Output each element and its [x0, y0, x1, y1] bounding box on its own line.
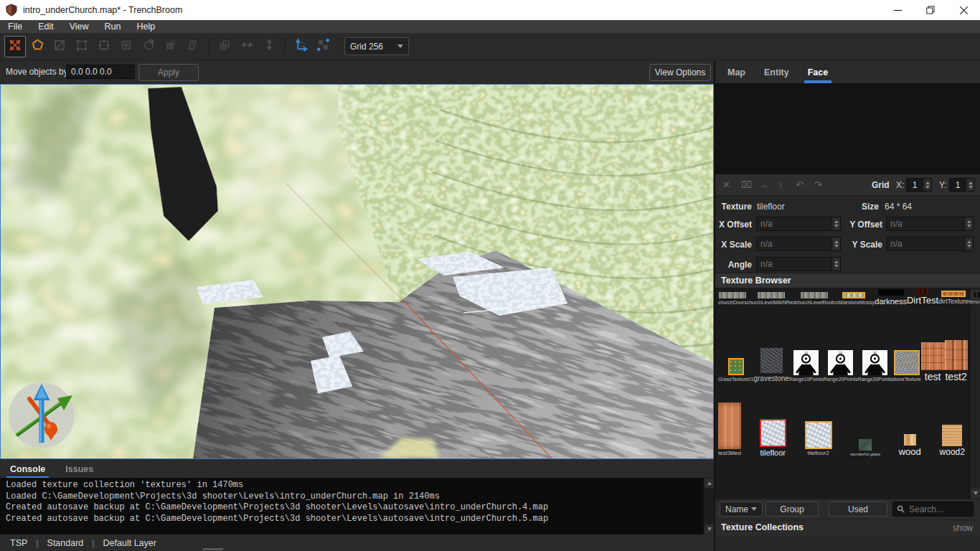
tab-face[interactable]: Face [808, 67, 829, 77]
orientation-gizmo[interactable] [9, 382, 75, 448]
texture-thumbnail[interactable] [760, 419, 786, 447]
console-log[interactable]: Loaded texture collection 'textures' in … [0, 478, 714, 534]
flip-horizontal-icon[interactable]: ↔ [760, 174, 769, 196]
texture-Range20Points[interactable]: 20Range20Points [824, 350, 858, 382]
close-button[interactable] [947, 0, 980, 20]
texture-GrassTexture01[interactable]: GrassTexture01 [718, 358, 753, 382]
texture-stoneTexture[interactable]: stoneTexture [892, 350, 921, 382]
texture-cobblestoneMossy[interactable]: cobblestoneMossy [833, 292, 875, 306]
minimize-button[interactable] [881, 0, 914, 20]
menu-help[interactable]: Help [129, 20, 164, 33]
view-options-button[interactable]: View Options [649, 64, 711, 81]
texture-browser-grid[interactable]: churchDoorschurchLevelMAINRedchurchLevel… [715, 288, 980, 499]
stepper-arrows-icon[interactable] [923, 179, 931, 191]
x-scale-field[interactable] [756, 237, 841, 251]
texture-thumbnail[interactable]: 20 [828, 350, 853, 375]
texture-thumbnail[interactable] [718, 402, 741, 449]
grid-y-input[interactable] [950, 179, 966, 191]
flip-horizontal-button[interactable] [236, 36, 258, 57]
brush-tool-button[interactable] [27, 36, 48, 57]
title-bar[interactable]: intro_underChurch.map* - TrenchBroom [0, 0, 980, 20]
texture-gravestone[interactable]: gravestone [753, 348, 788, 382]
stepper-arrows-icon[interactable] [964, 237, 973, 250]
used-button[interactable]: Used [829, 501, 887, 517]
grid-x-stepper[interactable] [906, 178, 932, 192]
edge-tool-button[interactable] [93, 36, 115, 57]
scroll-down-icon[interactable] [705, 524, 714, 534]
texture-thumbnail[interactable] [917, 288, 928, 294]
scroll-down-icon[interactable] [971, 489, 980, 498]
texture-thumbnail[interactable] [945, 340, 968, 370]
texture-search[interactable] [892, 501, 974, 517]
menu-run[interactable]: Run [97, 20, 129, 33]
sort-dropdown[interactable]: Name [720, 501, 763, 517]
stepper-arrows-icon[interactable] [831, 237, 840, 250]
texture-thumbnail[interactable] [758, 292, 785, 298]
y-offset-field[interactable] [886, 217, 974, 231]
clip-tool-button[interactable] [49, 36, 70, 57]
texture-thumbnail[interactable] [941, 291, 966, 297]
texture-thumbnail[interactable] [904, 434, 916, 446]
texture-thumbnail[interactable] [760, 348, 783, 373]
texture-thumbnail[interactable] [894, 350, 920, 375]
texture-wonderful-glass[interactable]: wonderful glass [850, 439, 880, 457]
tab-entity[interactable]: Entity [764, 67, 789, 77]
texture-thumbnail[interactable] [805, 421, 832, 449]
angle-field[interactable] [756, 257, 841, 271]
group-button[interactable]: Group [765, 501, 819, 517]
flip-vertical-icon[interactable]: ↕ [778, 174, 783, 196]
rotate-ccw-icon[interactable]: ↶ [796, 174, 804, 196]
stepper-arrows-icon[interactable] [964, 217, 973, 230]
stepper-arrows-icon[interactable] [831, 258, 840, 270]
show-collections-link[interactable]: show [953, 523, 973, 533]
texture-thumbnail[interactable] [728, 358, 744, 375]
texture-thumbnail[interactable] [719, 292, 746, 298]
tab-map[interactable]: Map [727, 67, 745, 77]
vertex-tool-button[interactable] [71, 36, 93, 57]
texture-test3tiled[interactable]: test3tiled [718, 402, 741, 457]
menu-file[interactable]: File [0, 20, 30, 33]
stepper-arrows-icon[interactable] [966, 179, 974, 191]
texture-tilefloor[interactable]: tilefloor [760, 419, 786, 457]
texture-thumbnail[interactable] [878, 289, 904, 296]
texture-thumbnail[interactable] [973, 292, 980, 298]
texture-churchDoors[interactable]: churchDoors [718, 292, 747, 306]
texture-Range10Points[interactable]: 10Range10Points [789, 350, 824, 382]
scroll-up-icon[interactable] [705, 479, 714, 488]
reset-attribs-icon[interactable]: ✕ [722, 174, 730, 196]
texture-thumbnail[interactable] [942, 425, 962, 446]
x-offset-field[interactable] [756, 217, 841, 231]
texture-browser-scrollbar[interactable] [969, 288, 980, 499]
console-scrollbar[interactable] [703, 478, 714, 534]
menu-view[interactable]: View [62, 20, 97, 33]
texture-darkness[interactable]: darkness [875, 289, 907, 306]
grid-y-stepper[interactable] [949, 178, 975, 192]
texture-Range30Points[interactable]: 30Range30Points [858, 350, 892, 382]
grid-size-dropdown[interactable]: Grid 256 [344, 37, 409, 55]
texture-churchLevelMAINRed[interactable]: churchLevelMAINRed [747, 292, 796, 306]
shear-tool-button[interactable] [182, 36, 204, 57]
texture-thumbnail[interactable] [801, 292, 828, 298]
texture-thumbnail[interactable]: 10 [793, 350, 819, 375]
texture-thumbnail[interactable] [921, 342, 945, 370]
texture-thumbnail[interactable] [859, 439, 872, 451]
texture-churchLevelRoof[interactable]: churchLevelRoof [796, 292, 834, 306]
move-objects-input[interactable] [66, 65, 135, 79]
reset-to-world-icon[interactable]: ⌧ [741, 174, 752, 196]
stepper-arrows-icon[interactable] [831, 217, 840, 230]
grid-x-input[interactable] [907, 179, 923, 191]
texture-lock-toggle[interactable] [290, 36, 311, 57]
texture-test[interactable]: test [921, 342, 945, 382]
face-tool-button[interactable] [116, 36, 137, 57]
apply-button[interactable]: Apply [138, 64, 199, 81]
texture-dirtTexture[interactable]: dirtTexture [938, 291, 969, 306]
uv-lock-toggle[interactable] [312, 36, 334, 57]
restore-button[interactable] [914, 0, 947, 20]
texture-thumbnail[interactable]: 30 [862, 350, 887, 375]
tab-issues[interactable]: Issues [65, 464, 93, 474]
tab-console[interactable]: Console [10, 464, 45, 474]
flip-vertical-button[interactable] [258, 36, 280, 57]
y-scale-field[interactable] [886, 237, 974, 251]
texture-fenceGothic[interactable]: fenceGothic [969, 292, 980, 306]
3d-viewport[interactable] [0, 84, 714, 459]
